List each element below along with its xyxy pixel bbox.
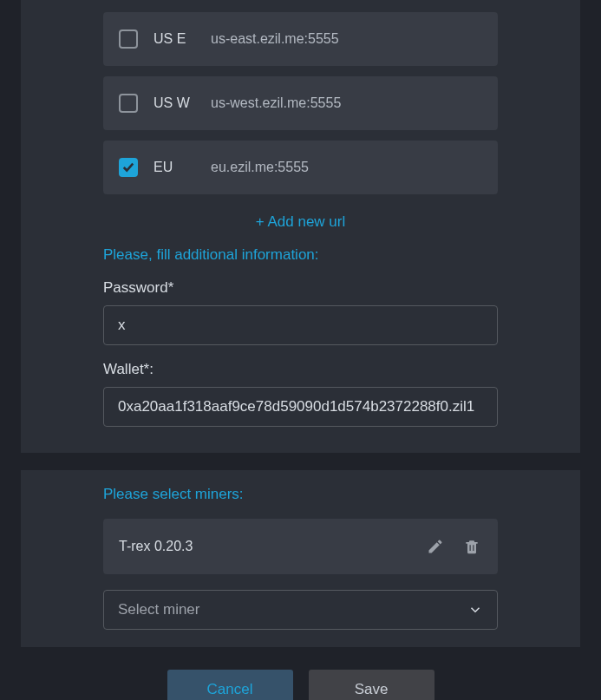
- select-miner-dropdown[interactable]: Select miner: [103, 590, 498, 630]
- chevron-down-icon: [467, 602, 483, 618]
- checkbox-us-w[interactable]: [119, 94, 138, 113]
- trash-icon: [463, 538, 480, 555]
- miners-panel: Please select miners: T-rex 0.20.3 Selec…: [21, 470, 580, 647]
- password-input[interactable]: [103, 305, 498, 345]
- miner-card: T-rex 0.20.3: [103, 519, 498, 574]
- checkbox-eu[interactable]: [119, 158, 138, 177]
- password-label: Password*: [103, 279, 498, 297]
- footer-buttons: Cancel Save: [0, 670, 601, 700]
- region-label: US E: [154, 31, 195, 47]
- region-label: US W: [154, 95, 195, 111]
- url-card-us-w: US W us-west.ezil.me:5555: [103, 76, 498, 130]
- delete-button[interactable]: [461, 536, 482, 557]
- add-url-button[interactable]: + Add new url: [103, 213, 498, 231]
- select-placeholder: Select miner: [118, 601, 199, 618]
- miner-name: T-rex 0.20.3: [119, 539, 409, 554]
- edit-button[interactable]: [425, 536, 446, 557]
- additional-info-label: Please, fill additional information:: [103, 246, 498, 264]
- url-text: us-west.ezil.me:5555: [211, 95, 341, 111]
- url-card-eu: EU eu.ezil.me:5555: [103, 141, 498, 194]
- pencil-icon: [427, 538, 444, 555]
- wallet-label: Wallet*:: [103, 361, 498, 378]
- select-miner-wrap: Select miner: [103, 590, 498, 630]
- save-button[interactable]: Save: [309, 670, 434, 700]
- url-text: eu.ezil.me:5555: [211, 160, 309, 175]
- region-label: EU: [154, 160, 195, 175]
- url-panel: US E us-east.ezil.me:5555 US W us-west.e…: [21, 0, 580, 453]
- cancel-button[interactable]: Cancel: [167, 670, 293, 700]
- wallet-input[interactable]: [103, 387, 498, 427]
- checkbox-us-e[interactable]: [119, 29, 138, 49]
- url-text: us-east.ezil.me:5555: [211, 31, 339, 47]
- url-card-us-e: US E us-east.ezil.me:5555: [103, 12, 498, 66]
- miners-label: Please select miners:: [103, 486, 498, 503]
